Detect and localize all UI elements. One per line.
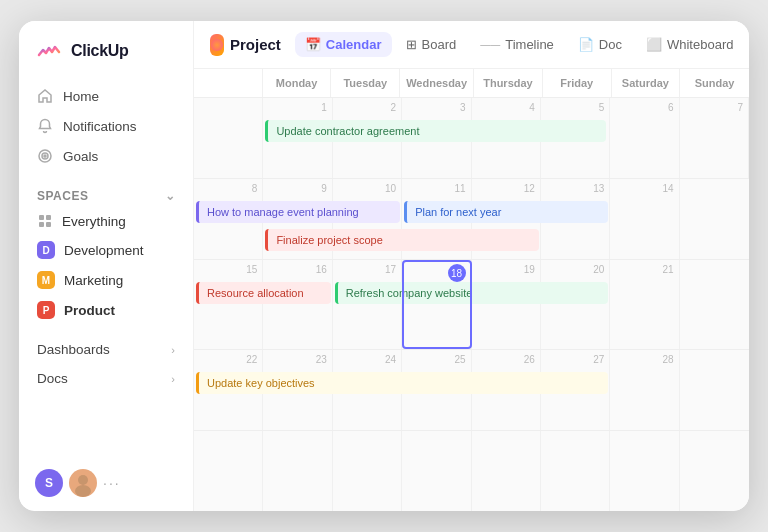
day-number: 15 <box>199 264 257 275</box>
marketing-badge: M <box>37 271 55 289</box>
tab-doc[interactable]: 📄 Doc <box>568 32 632 57</box>
svg-rect-3 <box>39 215 44 220</box>
sidebar-item-goals[interactable]: Goals <box>27 141 185 171</box>
more-dots[interactable]: ··· <box>103 475 121 491</box>
header-tuesday: Tuesday <box>331 69 400 97</box>
timeline-tab-icon: —— <box>480 39 500 50</box>
day-number: 6 <box>615 102 673 113</box>
day-number: 26 <box>477 354 535 365</box>
main-content: Project 📅 Calendar ⊞ Board —— Timeline 📄… <box>194 21 749 511</box>
clickup-logo-icon <box>35 37 63 65</box>
target-icon <box>37 148 53 164</box>
event-update-contractor[interactable]: Update contractor agreement <box>265 120 606 142</box>
doc-tab-icon: 📄 <box>578 37 594 52</box>
tab-timeline[interactable]: —— Timeline <box>470 32 564 57</box>
day-number: 20 <box>546 264 604 275</box>
tab-whiteboard[interactable]: ⬜ Whiteboard <box>636 32 743 57</box>
sidebar-item-notifications[interactable]: Notifications <box>27 111 185 141</box>
sidebar-nav: Home Notifications Goals <box>19 81 193 171</box>
day-cell: 18 <box>402 260 471 349</box>
calendar-header: Monday Tuesday Wednesday Thursday Friday… <box>194 69 749 98</box>
day-number: 23 <box>268 354 326 365</box>
week-row-5 <box>194 431 749 511</box>
event-manage-event[interactable]: How to manage event planning <box>196 201 400 223</box>
day-number: 10 <box>338 183 396 194</box>
calendar-grid: Monday Tuesday Wednesday Thursday Friday… <box>194 69 749 511</box>
day-cell: 14 <box>610 179 679 259</box>
day-number: 24 <box>338 354 396 365</box>
header-wednesday: Wednesday <box>400 69 474 97</box>
day-cell <box>263 431 332 511</box>
sidebar-item-everything[interactable]: Everything <box>27 207 185 235</box>
event-refresh-website[interactable]: Refresh company website <box>335 282 609 304</box>
sidebar-item-docs[interactable]: Docs › <box>27 364 185 393</box>
day-cell: 16 <box>263 260 332 349</box>
day-number: 8 <box>199 183 257 194</box>
bell-icon <box>37 118 53 134</box>
svg-rect-6 <box>46 222 51 227</box>
svg-rect-4 <box>46 215 51 220</box>
avatar-row: S ··· <box>19 459 193 501</box>
day-cell: 20 <box>541 260 610 349</box>
sidebar-item-marketing[interactable]: M Marketing <box>27 265 185 295</box>
grid-icon <box>37 213 53 229</box>
event-plan-next-year[interactable]: Plan for next year <box>404 201 608 223</box>
day-cell: 15 <box>194 260 263 349</box>
whiteboard-tab-icon: ⬜ <box>646 37 662 52</box>
event-finalize-scope[interactable]: Finalize project scope <box>265 229 539 251</box>
spaces-header: Spaces ⌄ <box>27 185 185 207</box>
day-number: 13 <box>546 183 604 194</box>
tab-board[interactable]: ⊞ Board <box>396 32 467 57</box>
project-icon <box>210 34 224 56</box>
header-thursday: Thursday <box>474 69 543 97</box>
app-container: ClickUp Home Notifications <box>19 21 749 511</box>
day-cell <box>610 431 679 511</box>
avatar-photo[interactable] <box>69 469 97 497</box>
sidebar-bottom: Dashboards › Docs › <box>19 335 193 393</box>
day-number: 12 <box>477 183 535 194</box>
logo[interactable]: ClickUp <box>19 37 193 81</box>
day-number: 1 <box>268 102 326 113</box>
day-cell <box>333 431 402 511</box>
svg-point-2 <box>44 155 46 157</box>
event-resource-allocation[interactable]: Resource allocation <box>196 282 331 304</box>
day-cell: 17 <box>333 260 402 349</box>
event-update-key-objectives[interactable]: Update key objectives <box>196 372 608 394</box>
board-tab-icon: ⊞ <box>406 37 417 52</box>
product-badge: P <box>37 301 55 319</box>
app-name: ClickUp <box>71 42 128 60</box>
week-row-4: 22 23 24 25 26 27 28 Update key objectiv… <box>194 350 749 431</box>
avatar-s[interactable]: S <box>35 469 63 497</box>
day-cell: 19 <box>472 260 541 349</box>
svg-point-8 <box>75 485 91 497</box>
day-number: 16 <box>268 264 326 275</box>
sidebar-item-product[interactable]: P Product <box>27 295 185 325</box>
day-number: 11 <box>407 183 465 194</box>
tab-calendar[interactable]: 📅 Calendar <box>295 32 392 57</box>
day-number: 22 <box>199 354 257 365</box>
svg-point-7 <box>78 475 88 485</box>
week-row-2: 8 9 10 11 12 13 14 How to manage event p… <box>194 179 749 260</box>
chevron-right-icon: › <box>171 373 175 385</box>
spaces-section: Spaces ⌄ Everything D Development <box>19 185 193 325</box>
week-row-1: 1 2 3 4 5 6 7 Update contractor agreemen… <box>194 98 749 179</box>
day-cell <box>472 431 541 511</box>
sidebar-item-home[interactable]: Home <box>27 81 185 111</box>
day-number: 28 <box>615 354 673 365</box>
calendar-area[interactable]: Monday Tuesday Wednesday Thursday Friday… <box>194 69 749 511</box>
sidebar-item-development[interactable]: D Development <box>27 235 185 265</box>
sidebar-item-dashboards[interactable]: Dashboards › <box>27 335 185 364</box>
chevron-right-icon: › <box>171 344 175 356</box>
week-row-3: 15 16 17 18 19 20 21 Resource allocation… <box>194 260 749 350</box>
svg-rect-5 <box>39 222 44 227</box>
project-logo-icon <box>210 38 224 52</box>
day-number: 9 <box>268 183 326 194</box>
header-sunday: Sunday <box>680 69 749 97</box>
header-saturday: Saturday <box>612 69 681 97</box>
user-avatar-icon <box>69 469 97 497</box>
day-number: 14 <box>615 183 673 194</box>
day-cell: 6 <box>610 98 679 178</box>
chevron-down-icon[interactable]: ⌄ <box>165 189 176 203</box>
day-cell <box>680 431 749 511</box>
day-number: 3 <box>407 102 465 113</box>
